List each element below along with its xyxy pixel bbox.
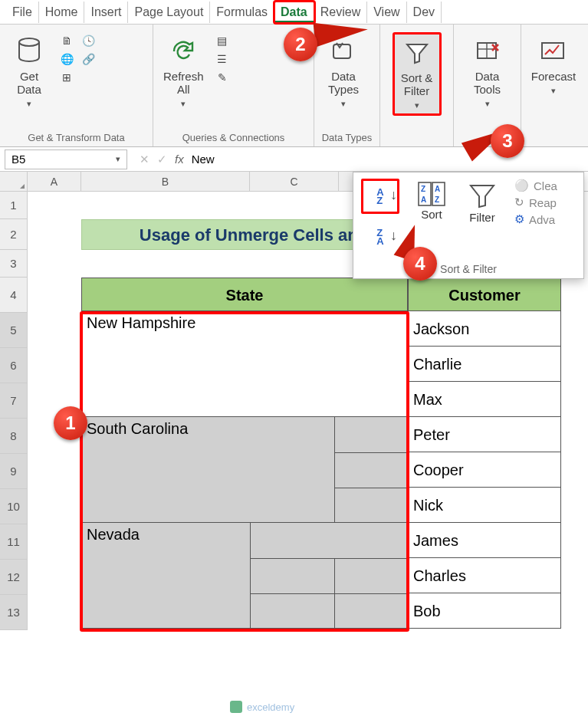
row-header-13[interactable]: 13 — [0, 595, 27, 630]
col-header-A[interactable]: A — [28, 172, 81, 191]
get-data-sub-icons-2: 🕓 🔗 — [80, 32, 97, 67]
col-header-B[interactable]: B — [81, 172, 250, 191]
group-label-queries: Queries & Connections — [158, 130, 309, 146]
sort-filter-dropdown: AZ ↓ ZA ↓ ZAAZ Sort Filter — [353, 172, 584, 279]
chevron-down-icon: ▾ — [415, 100, 419, 110]
svg-text:A: A — [435, 185, 440, 193]
cell-customer-1[interactable]: Jackson — [408, 311, 561, 347]
cell-customer-6[interactable]: Nick — [408, 488, 561, 523]
refresh-all-button[interactable]: Refresh All ▾ — [158, 32, 209, 113]
reapply-filter-button[interactable]: ↻Reap — [514, 195, 557, 209]
enter-icon[interactable]: ✓ — [157, 153, 167, 166]
sort-dialog-icon: ZAAZ — [416, 180, 447, 208]
header-customer[interactable]: Customer — [408, 278, 561, 311]
from-table-icon[interactable]: ⊞ — [58, 69, 75, 86]
from-text-icon[interactable]: 🗎 — [58, 32, 75, 49]
existing-conn-icon[interactable]: 🔗 — [80, 51, 97, 67]
funnel-icon — [402, 38, 432, 68]
row-header-4[interactable]: 4 — [0, 278, 27, 313]
formula-value[interactable]: New — [192, 153, 215, 166]
row-header-8[interactable]: 8 — [0, 419, 27, 454]
data-tools-icon — [472, 36, 503, 67]
tab-page-layout[interactable]: Page Layout — [128, 2, 210, 23]
sort-dialog-button[interactable]: ZAAZ Sort — [413, 179, 450, 222]
tab-view[interactable]: View — [367, 2, 406, 23]
forecast-button[interactable]: Forecast ▾ — [526, 32, 581, 100]
row-header-12[interactable]: 12 — [0, 560, 27, 595]
name-box[interactable]: B5 ▾ — [5, 149, 127, 169]
cell-customer-7[interactable]: James — [408, 523, 561, 558]
tab-home[interactable]: Home — [39, 2, 85, 23]
properties-icon[interactable]: ☰ — [214, 51, 231, 67]
queries-icon[interactable]: ▤ — [214, 32, 231, 49]
sort-ascending-button[interactable]: AZ ↓ — [361, 179, 399, 214]
clear-filter-button[interactable]: ⚪Clea — [514, 179, 557, 192]
row-header-1[interactable]: 1 — [0, 192, 27, 219]
cell-state-1[interactable]: New Hampshire — [81, 311, 408, 417]
row-header-2[interactable]: 2 — [0, 219, 27, 250]
clear-icon: ⚪ — [514, 179, 529, 192]
cancel-icon[interactable]: ✕ — [140, 153, 149, 166]
svg-rect-7 — [542, 43, 563, 58]
row-header-6[interactable]: 6 — [0, 348, 27, 383]
advanced-icon: ⚙ — [514, 212, 524, 226]
row-header-3[interactable]: 3 — [0, 250, 27, 278]
tab-file[interactable]: File — [6, 2, 39, 23]
svg-text:A: A — [421, 195, 426, 204]
from-web-icon[interactable]: 🌐 — [58, 51, 75, 67]
filter-button[interactable]: Filter — [464, 179, 501, 225]
refresh-all-label: Refresh All — [163, 70, 204, 96]
watermark: exceldemy — [230, 701, 294, 713]
callout-2: 2 — [284, 28, 317, 61]
cell-customer-9[interactable]: Bob — [408, 593, 561, 629]
row-header-7[interactable]: 7 — [0, 383, 27, 419]
queries-sub-icons: ▤ ☰ ✎ — [214, 32, 231, 86]
row-header-10[interactable]: 10 — [0, 489, 27, 524]
svg-text:Z: Z — [435, 195, 439, 204]
name-box-value: B5 — [11, 153, 25, 166]
recent-sources-icon[interactable]: 🕓 — [80, 32, 97, 49]
chevron-down-icon: ▾ — [116, 154, 120, 164]
edit-links-icon[interactable]: ✎ — [214, 69, 231, 86]
ribbon-tabs: File Home Insert Page Layout Formulas Da… — [0, 0, 588, 25]
sort-descending-button[interactable]: ZA ↓ — [361, 222, 399, 252]
callout-1: 1 — [54, 406, 87, 440]
filter-label: Filter — [469, 211, 494, 224]
tab-data[interactable]: Data — [274, 2, 314, 23]
data-tools-button[interactable]: Data Tools ▾ — [463, 32, 512, 113]
col-header-C[interactable]: C — [250, 172, 339, 191]
forecast-icon — [538, 36, 569, 67]
fx-icon[interactable]: fx — [175, 153, 184, 166]
cell-customer-4[interactable]: Peter — [408, 417, 561, 452]
data-tools-label: Data Tools — [474, 70, 501, 96]
chevron-down-icon: ▾ — [181, 99, 186, 109]
sort-za-icon: ZA ↓ — [366, 223, 394, 251]
header-state[interactable]: State — [81, 278, 408, 311]
dropdown-group-label: Sort & Filter — [361, 263, 576, 275]
cell-customer-3[interactable]: Max — [408, 382, 561, 417]
get-data-sub-icons: 🗎 🌐 ⊞ — [58, 32, 75, 86]
select-all-corner[interactable] — [0, 172, 28, 191]
reapply-icon: ↻ — [514, 195, 524, 209]
advanced-filter-button[interactable]: ⚙Adva — [514, 212, 557, 226]
row-header-9[interactable]: 9 — [0, 454, 27, 489]
chevron-down-icon: ▾ — [341, 99, 346, 109]
callout-3: 3 — [491, 124, 524, 158]
row-header-11[interactable]: 11 — [0, 524, 27, 560]
cell-state-3[interactable]: Nevada — [81, 523, 408, 629]
cell-state-2[interactable]: South Carolina — [81, 417, 408, 523]
sort-filter-button[interactable]: Sort & Filter ▾ — [393, 32, 442, 116]
sort-dialog-label: Sort — [421, 208, 442, 221]
get-data-button[interactable]: Get Data ▾ — [5, 32, 54, 113]
cell-customer-8[interactable]: Charles — [408, 558, 561, 593]
row-header-5[interactable]: 5 — [0, 313, 27, 348]
group-label-get-transform: Get & Transform Data — [5, 130, 148, 146]
refresh-icon — [168, 36, 199, 67]
cell-customer-5[interactable]: Cooper — [408, 452, 561, 488]
sort-filter-label: Sort & Filter — [401, 71, 433, 97]
chevron-down-icon: ▾ — [485, 99, 490, 109]
cell-customer-2[interactable]: Charlie — [408, 347, 561, 382]
tab-developer[interactable]: Dev — [407, 2, 442, 23]
tab-formulas[interactable]: Formulas — [210, 2, 274, 23]
tab-insert[interactable]: Insert — [84, 2, 128, 23]
